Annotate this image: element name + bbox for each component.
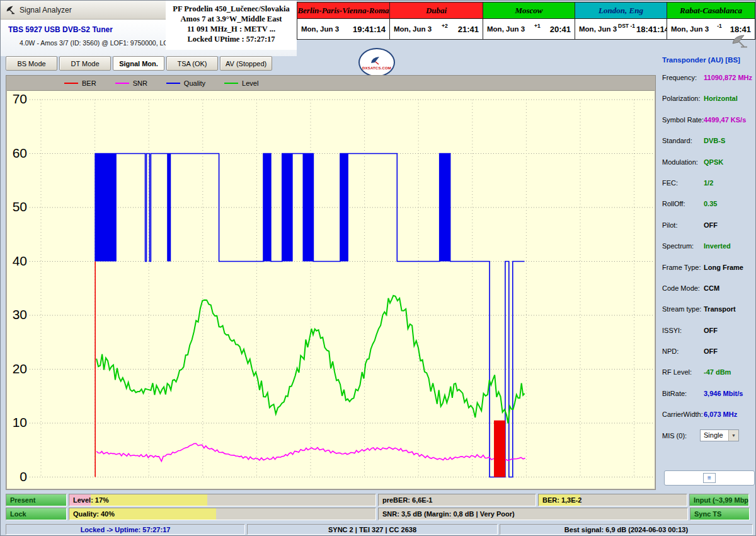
- signal-chart: BERSNRQualityLevel 706050403020100: [6, 75, 656, 490]
- logo-text: DXSATCS.COM: [362, 66, 391, 70]
- tp-label: Spectrum:: [662, 242, 694, 250]
- status-row-1: PresentLevel: 17%preBER: 6,6E-1BER: 1,3E…: [6, 494, 749, 506]
- tp-value: Inverted: [704, 242, 731, 250]
- status-field-sync-ts: Sync TS: [690, 508, 750, 520]
- clock-time-cell: Mon, Jun 319:41:14: [297, 19, 389, 39]
- transponder-panel: Transponder (AU) [BS] Frequency:11090,87…: [662, 56, 755, 453]
- tab-signal-mon[interactable]: Signal Mon.: [113, 56, 164, 71]
- legend-swatch: [115, 83, 129, 84]
- tp-value: DVB-S: [704, 137, 725, 144]
- tab-tsa-ok[interactable]: TSA (OK): [166, 56, 218, 71]
- legend-item-snr: SNR: [115, 79, 147, 87]
- signal-analyzer-window: Signal Analyzer TBS 5927 USB DVB-S2 Tune…: [0, 0, 756, 536]
- clock-time: 19:41:14: [353, 25, 386, 34]
- plot-canvas: [28, 91, 656, 490]
- statusbar: Locked -> Uptime: 57:27:17 SYNC 2 | TEI …: [6, 524, 753, 535]
- tp-label: NPD:: [662, 347, 679, 355]
- clock-offset: +1: [534, 23, 541, 29]
- clock-city-label: London, Eng: [575, 3, 667, 19]
- legend-label: BER: [82, 79, 96, 87]
- status-field-label: Level: 17%: [73, 496, 109, 504]
- clock-time-cell: Mon, Jun 3+221:41: [390, 19, 483, 39]
- y-tick-label: 0: [8, 469, 27, 484]
- clock-berlin-paris-vienna-roma: Berlin-Paris-Vienna-RomaMon, Jun 319:41:…: [297, 2, 390, 40]
- tp-label: RF Level:: [662, 368, 692, 376]
- legend-label: SNR: [133, 79, 147, 87]
- mis-value: Single: [704, 431, 723, 439]
- tp-value: 3,946 Mbit/s: [704, 390, 743, 397]
- tp-row-polarization: Polarization:Horizontal: [662, 95, 755, 115]
- clock-city-label: Rabat-Casablanca: [667, 3, 755, 19]
- status-field-label: Sync TS: [694, 510, 721, 518]
- y-tick-label: 50: [8, 199, 27, 214]
- tp-value: -47 dBm: [704, 368, 731, 376]
- ts-scrollbar-thumb[interactable]: ≡: [703, 473, 716, 483]
- tp-row-npd: NPD:OFF: [662, 347, 755, 368]
- tp-label: Frequency:: [662, 74, 697, 81]
- ts-scrollbar[interactable]: ≡: [664, 470, 755, 486]
- y-tick-label: 10: [8, 415, 27, 430]
- tp-label: Frame Type:: [662, 264, 701, 271]
- statusbar-uptime: Locked -> Uptime: 57:27:17: [6, 524, 245, 535]
- clock-date: Mon, Jun 3: [301, 25, 339, 33]
- chevron-down-icon[interactable]: ▼: [728, 430, 738, 441]
- tp-row-standard: Standard:DVB-S: [662, 137, 755, 158]
- site-info-line: Amos 7 at 3.9°W_Middle East: [166, 14, 297, 24]
- clock-offset: +2: [442, 23, 448, 29]
- status-field-label: Input (~3,99 Mbps): [694, 496, 749, 504]
- transponder-rows: Frequency:11090,872 MHzPolarization:Hori…: [662, 74, 755, 432]
- status-field-snr: SNR: 3,5 dB (Margin: 0,8 dB | Very Poor): [378, 508, 688, 520]
- tp-value: 0.35: [704, 200, 717, 207]
- tab-bs-mode[interactable]: BS Mode: [6, 56, 57, 71]
- y-tick-label: 70: [8, 91, 27, 107]
- tp-label: Symbol Rate:: [662, 116, 704, 124]
- status-field-label: Lock: [10, 510, 26, 518]
- tp-value: 11090,872 MHz: [704, 74, 752, 81]
- tp-label: Pilot:: [662, 221, 677, 229]
- clock-date: Mon, Jun 3: [487, 25, 525, 33]
- tp-value: Horizontal: [704, 95, 738, 102]
- y-tick-label: 20: [8, 361, 27, 376]
- site-info-line: PF Prodelin 450_Lučenec/Slovakia: [166, 4, 297, 14]
- site-info: PF Prodelin 450_Lučenec/SlovakiaAmos 7 a…: [166, 1, 297, 50]
- legend-label: Level: [242, 79, 258, 87]
- tp-value: OFF: [704, 327, 718, 334]
- plot-area: 706050403020100: [7, 90, 655, 489]
- clock-dubai: DubaiMon, Jun 3+221:41: [390, 2, 483, 40]
- status-field-quality: Quality: 40%: [69, 508, 376, 520]
- tp-row-rflevel: RF Level:-47 dBm: [662, 368, 755, 389]
- statusbar-best-signal: Best signal: 6,9 dB (2024-06-03 00:13): [500, 524, 753, 535]
- world-clocks: Berlin-Paris-Vienna-RomaMon, Jun 319:41:…: [297, 2, 755, 40]
- y-tick-label: 30: [8, 307, 27, 322]
- tp-value: 6,073 MHz: [704, 411, 737, 418]
- y-tick-label: 40: [8, 253, 27, 269]
- tp-row-issyi: ISSYI:OFF: [662, 327, 755, 347]
- status-field-label: preBER: 6,6E-1: [382, 496, 432, 504]
- dish-icon: [730, 33, 753, 49]
- clock-date: Mon, Jun 3: [394, 25, 432, 33]
- legend-item-ber: BER: [64, 79, 96, 87]
- legend-swatch: [64, 83, 78, 84]
- legend-swatch: [166, 83, 180, 84]
- y-tick-label: 60: [8, 146, 27, 161]
- tp-row-streamtype: Stream type:Transport: [662, 305, 755, 326]
- clock-time: 21:41: [458, 25, 479, 34]
- tp-label: CarrierWidth:: [662, 411, 703, 418]
- tp-row-frametype: Frame Type:Long Frame: [662, 264, 755, 284]
- tab-dt-mode[interactable]: DT Mode: [59, 56, 111, 71]
- tp-value: 4499,47 KS/s: [704, 116, 746, 124]
- site-info-line: 11 091 MHz_H : METV ...: [166, 24, 297, 34]
- status-field-label: SNR: 3,5 dB (Margin: 0,8 dB | Very Poor): [382, 510, 515, 518]
- legend-item-level: Level: [224, 79, 258, 87]
- status-field-label: BER: 1,3E-2: [542, 496, 581, 504]
- tab-av-stopped[interactable]: AV (Stopped): [220, 56, 272, 71]
- tp-row-frequency: Frequency:11090,872 MHz: [662, 74, 755, 95]
- status-field-input-3-99-mbps: Input (~3,99 Mbps): [689, 494, 749, 506]
- mis-label: MIS (0):: [662, 432, 687, 440]
- tp-row-rolloff: RollOff:0.35: [662, 200, 755, 221]
- mis-select[interactable]: Single ▼: [700, 429, 739, 441]
- statusbar-sync: SYNC 2 | TEI 327 | CC 2638: [247, 524, 498, 535]
- clock-city-label: Berlin-Paris-Vienna-Roma: [297, 3, 389, 19]
- tp-label: FEC:: [662, 179, 678, 187]
- tp-value: Transport: [704, 305, 736, 313]
